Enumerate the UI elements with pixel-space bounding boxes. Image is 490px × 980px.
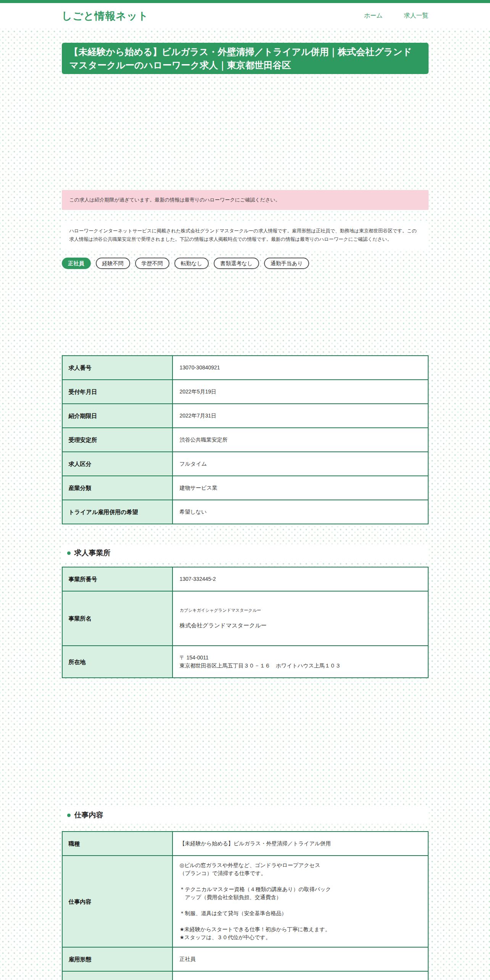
tag-list: 正社員 経験不問 学歴不問 転勤なし 書類選考なし 通勤手当あり [62, 258, 429, 269]
table-row: 事業所番号 1307-332445-2 [62, 567, 428, 591]
top-accent-bar [0, 0, 490, 3]
row-label: 事業所番号 [62, 567, 172, 591]
row-value: ◎ビルの窓ガラスや外壁など、ゴンドラやロープアクセス （ブランコ）で清掃する仕事… [172, 856, 428, 947]
table-row: 受理安定所 渋谷公共職業安定所 [62, 428, 428, 452]
row-label: 雇用形態 [62, 947, 172, 971]
row-label: 所在地 [62, 646, 172, 678]
row-label: 求人区分 [62, 452, 172, 476]
row-value: 【未経験から始める】ビルガラス・外壁清掃／トライアル併用 [172, 832, 428, 856]
site-logo[interactable]: しごと情報ネット [62, 9, 149, 23]
job-detail-table: 職種 【未経験から始める】ビルガラス・外壁清掃／トライアル併用 仕事内容 ◎ビル… [62, 831, 429, 980]
table-row: 紹介期限日 2022年7月31日 [62, 404, 428, 428]
row-value: 希望しない [172, 500, 428, 524]
table-row: 所在地 〒 154-0011 東京都世田谷区上馬五丁目３０－１６ ホワイトハウス… [62, 646, 428, 678]
page-title: 【未経験から始める】ビルガラス・外壁清掃／トライアル併用｜株式会社グランド マス… [62, 43, 429, 74]
bullet-dot-icon [67, 551, 71, 555]
table-row: 雇用形態 正社員 [62, 947, 428, 971]
row-label: 産業分類 [62, 476, 172, 500]
row-value: 建物サービス業 [172, 476, 428, 500]
table-row: 受付年月日 2022年5月19日 [62, 380, 428, 404]
table-row: 派遣・請負等 派遣・請負ではない [62, 971, 428, 980]
section-heading-job: 仕事内容 [62, 807, 429, 824]
row-label: 受付年月日 [62, 380, 172, 404]
table-row: 職種 【未経験から始める】ビルガラス・外壁清掃／トライアル併用 [62, 832, 428, 856]
row-label: 受理安定所 [62, 428, 172, 452]
site-header: しごと情報ネット ホーム 求人一覧 [0, 3, 490, 29]
page-content: 【未経験から始める】ビルガラス・外壁清掃／トライアル併用｜株式会社グランド マス… [62, 43, 429, 980]
job-overview-table: 求人番号 13070-30840921 受付年月日 2022年5月19日 紹介期… [62, 355, 429, 524]
bullet-dot-icon [67, 814, 71, 817]
expired-notice: この求人は紹介期限が過ぎています。最新の情報は最寄りのハローワークにご確認くださ… [62, 190, 429, 210]
row-label: 仕事内容 [62, 856, 172, 947]
row-value: 2022年7月31日 [172, 404, 428, 428]
table-row: 事業所名 カブシキガイシャグランドマスタークルー 株式会社グランドマスタークルー [62, 591, 428, 646]
tag-badge: 書類選考なし [214, 258, 259, 269]
row-label: トライアル雇用併用の希望 [62, 500, 172, 524]
main-nav: ホーム 求人一覧 [364, 12, 429, 20]
row-label: 派遣・請負等 [62, 971, 172, 980]
section-heading-label: 仕事内容 [74, 810, 103, 820]
company-name: 株式会社グランドマスタークルー [180, 621, 421, 630]
row-value: フルタイム [172, 452, 428, 476]
nav-home-link[interactable]: ホーム [364, 12, 383, 20]
job-summary-box: ハローワークインターネットサービスに掲載された株式会社グランドマスタークルーの求… [62, 221, 429, 250]
tag-badge: 通勤手当あり [264, 258, 309, 269]
row-value: 正社員 [172, 947, 428, 971]
section-heading-label: 求人事業所 [74, 548, 111, 558]
table-row: 求人番号 13070-30840921 [62, 356, 428, 380]
table-row: トライアル雇用併用の希望 希望しない [62, 500, 428, 524]
office-info-table: 事業所番号 1307-332445-2 事業所名 カブシキガイシャグランドマスタ… [62, 567, 429, 678]
table-row: 産業分類 建物サービス業 [62, 476, 428, 500]
row-value: 渋谷公共職業安定所 [172, 428, 428, 452]
tag-badge: 経験不問 [96, 258, 130, 269]
company-name-kana: カブシキガイシャグランドマスタークルー [180, 607, 421, 613]
row-label: 求人番号 [62, 356, 172, 380]
section-heading-office: 求人事業所 [62, 545, 429, 561]
row-label: 職種 [62, 832, 172, 856]
employment-type-badge: 正社員 [62, 258, 91, 269]
row-value: 2022年5月19日 [172, 380, 428, 404]
nav-job-list-link[interactable]: 求人一覧 [404, 12, 429, 20]
table-row: 求人区分 フルタイム [62, 452, 428, 476]
table-row: 仕事内容 ◎ビルの窓ガラスや外壁など、ゴンドラやロープアクセス （ブランコ）で清… [62, 856, 428, 947]
tag-badge: 学歴不問 [135, 258, 169, 269]
row-value: 1307-332445-2 [172, 567, 428, 591]
row-value: 派遣・請負ではない [172, 971, 428, 980]
row-label: 紹介期限日 [62, 404, 172, 428]
row-value: カブシキガイシャグランドマスタークルー 株式会社グランドマスタークルー [172, 591, 428, 646]
tag-badge: 転勤なし [174, 258, 209, 269]
row-label: 事業所名 [62, 591, 172, 646]
row-value: 〒 154-0011 東京都世田谷区上馬五丁目３０－１６ ホワイトハウス上馬１０… [172, 646, 428, 678]
row-value: 13070-30840921 [172, 356, 428, 380]
